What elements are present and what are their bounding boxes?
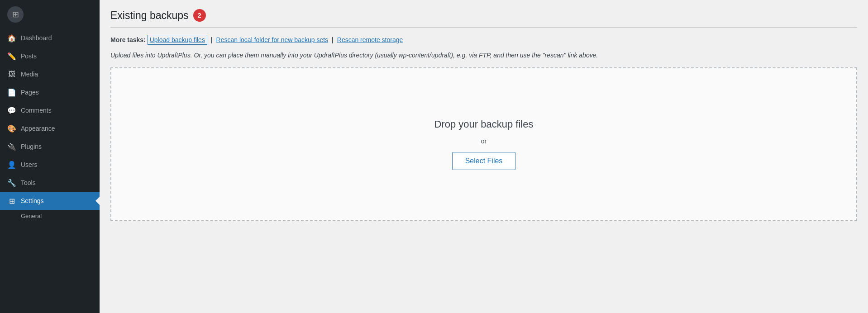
sidebar-item-label: Appearance (21, 125, 55, 132)
section-title-text: Existing backups (110, 9, 189, 22)
media-icon: 🖼 (7, 70, 16, 79)
main-content: Existing backups 2 More tasks: Upload ba… (100, 0, 868, 313)
sidebar-item-label: Comments (21, 107, 52, 114)
rescan-remote-storage-link[interactable]: Rescan remote storage (337, 36, 403, 43)
sidebar-item-plugins[interactable]: 🔌 Plugins (0, 138, 100, 156)
active-arrow (95, 196, 100, 205)
separator-1: | (211, 36, 213, 43)
sidebar: ⊞ 🏠 Dashboard ✏️ Posts 🖼 Media 📄 Pages 💬… (0, 0, 100, 313)
content-area: Existing backups 2 More tasks: Upload ba… (100, 0, 868, 230)
sidebar-subitem-general[interactable]: General (0, 210, 100, 222)
sidebar-item-label: Tools (21, 179, 36, 186)
sidebar-item-appearance[interactable]: 🎨 Appearance (0, 119, 100, 138)
dashboard-icon: 🏠 (7, 33, 16, 43)
select-files-button[interactable]: Select Files (452, 152, 516, 170)
rescan-local-folder-link[interactable]: Rescan local folder for new backup sets (216, 36, 328, 43)
sidebar-item-tools[interactable]: 🔧 Tools (0, 174, 100, 192)
users-icon: 👤 (7, 160, 16, 169)
sidebar-item-label: Posts (21, 52, 37, 60)
drop-zone-or: or (481, 138, 486, 145)
plugins-icon: 🔌 (7, 142, 16, 151)
drop-zone-label: Drop your backup files (434, 119, 534, 130)
backup-count-badge: 2 (193, 9, 206, 22)
sidebar-item-posts[interactable]: ✏️ Posts (0, 47, 100, 65)
sidebar-logo: ⊞ (0, 0, 100, 29)
sidebar-item-label: Plugins (21, 143, 42, 150)
settings-icon: ⊞ (7, 196, 16, 205)
file-drop-zone[interactable]: Drop your backup files or Select Files (110, 67, 857, 221)
sidebar-item-comments[interactable]: 💬 Comments (0, 101, 100, 119)
posts-icon: ✏️ (7, 52, 16, 61)
sidebar-item-users[interactable]: 👤 Users (0, 156, 100, 174)
section-header: Existing backups 2 (110, 9, 857, 28)
comments-icon: 💬 (7, 106, 16, 115)
separator-2: | (332, 36, 334, 43)
more-tasks-row: More tasks: Upload backup files | Rescan… (110, 35, 857, 45)
sidebar-item-media[interactable]: 🖼 Media (0, 65, 100, 83)
sidebar-item-dashboard[interactable]: 🏠 Dashboard (0, 29, 100, 47)
pages-icon: 📄 (7, 88, 16, 97)
sidebar-item-pages[interactable]: 📄 Pages (0, 83, 100, 101)
sidebar-item-label: Pages (21, 89, 39, 96)
sidebar-item-label: Settings (21, 197, 44, 204)
sidebar-item-settings[interactable]: ⊞ Settings (0, 192, 100, 210)
appearance-icon: 🎨 (7, 124, 16, 133)
subitem-label: General (21, 213, 42, 219)
sidebar-item-label: Media (21, 71, 38, 78)
more-tasks-label: More tasks: (110, 36, 146, 43)
sidebar-item-label: Dashboard (21, 34, 52, 42)
upload-description: Upload files into UpdraftPlus. Or, you c… (110, 50, 857, 60)
wordpress-logo-icon: ⊞ (7, 6, 24, 23)
upload-backup-files-link[interactable]: Upload backup files (148, 35, 207, 45)
tools-icon: 🔧 (7, 178, 16, 187)
sidebar-item-label: Users (21, 161, 38, 168)
